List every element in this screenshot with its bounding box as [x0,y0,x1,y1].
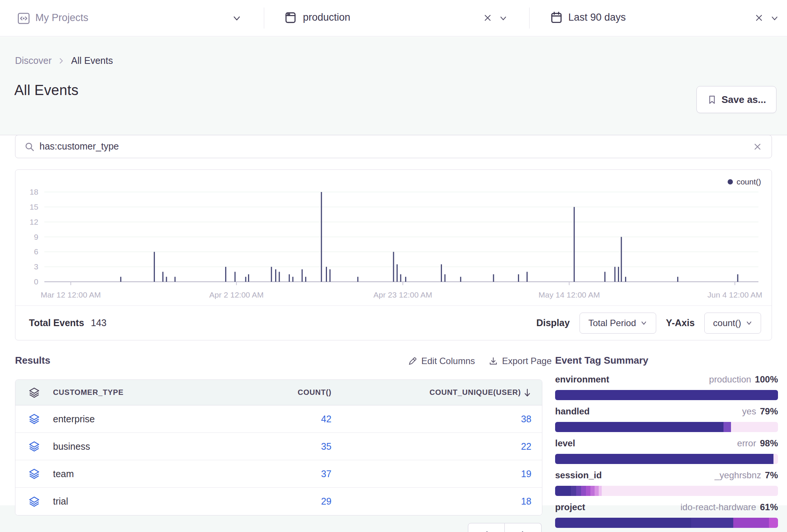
layers-icon[interactable] [15,468,53,480]
layers-icon[interactable] [15,496,53,508]
results-table: CUSTOMER_TYPE COUNT() COUNT_UNIQUE(USER)… [15,379,542,515]
tag-distribution-bar[interactable] [555,422,778,432]
breadcrumb-current: All Events [71,55,113,66]
tag-percent: 7% [765,470,778,480]
search-input[interactable]: has:customer_type [39,141,119,152]
yaxis-label: Y-Axis [666,317,695,328]
count-link[interactable]: 42 [207,414,343,425]
chevron-down-icon [746,320,752,326]
count-link[interactable]: 37 [207,469,343,479]
date-chevron-icon[interactable] [770,15,779,22]
calendar-icon [549,11,563,24]
edit-columns-button[interactable]: Edit Columns [408,356,475,366]
export-page-button[interactable]: Export Page [489,356,552,366]
search-clear-icon[interactable] [752,142,763,152]
breadcrumb-discover[interactable]: Discover [15,55,51,66]
svg-text:18: 18 [30,187,38,196]
count-unique-link[interactable]: 18 [343,496,542,507]
table-row[interactable]: trial 29 18 [15,488,542,515]
svg-text:0: 0 [34,277,38,286]
legend-label: count() [737,177,761,186]
count-unique-link[interactable]: 38 [343,414,542,425]
save-as-button[interactable]: Save as... [696,86,776,113]
date-range-filter[interactable]: Last 90 days [568,12,626,23]
tag-distribution-bar[interactable] [555,454,778,464]
next-page-button[interactable] [505,523,542,532]
yaxis-value: count() [713,318,741,328]
svg-text:9: 9 [34,233,38,241]
display-label: Display [536,317,570,328]
count-link[interactable]: 35 [207,441,343,452]
svg-text:3: 3 [34,262,38,271]
previous-page-button[interactable] [468,523,505,532]
tag-percent: 100% [755,374,778,384]
table-row[interactable]: team 37 19 [15,460,542,488]
count-unique-link[interactable]: 19 [343,469,542,479]
yaxis-select[interactable]: count() [704,313,761,334]
tag-top-value: _yeghrsbnz [714,470,761,480]
table-row[interactable]: enterprise 42 38 [15,405,542,433]
display-select[interactable]: Total Period [580,313,656,334]
table-row[interactable]: business 35 22 [15,433,542,460]
tag-distribution-bar[interactable] [555,518,778,528]
column-count-unique[interactable]: COUNT_UNIQUE(USER) [343,388,542,397]
customer-type-value: team [53,469,207,479]
layers-icon[interactable] [15,440,53,452]
svg-text:Apr 23 12:00 AM: Apr 23 12:00 AM [374,290,432,299]
tag-item-environment: environment production100% [555,374,778,387]
customer-type-value: business [53,441,207,452]
events-chart[interactable]: 0369121518Mar 12 12:00 AMApr 2 12:00 AMA… [15,170,772,305]
total-events-label: Total Events [29,317,84,328]
results-heading: Results [15,355,50,366]
layers-icon[interactable] [15,413,53,425]
events-chart-panel: 0369121518Mar 12 12:00 AMApr 2 12:00 AMA… [15,169,772,340]
page-header: Discover All Events All Events Save as..… [0,37,787,135]
environment-clear-icon[interactable] [483,13,493,23]
tag-percent: 79% [760,406,778,416]
save-as-label: Save as... [722,94,766,106]
bookmark-icon [707,95,717,105]
environment-chevron-icon[interactable] [498,15,508,22]
breadcrumb-chevron-icon [58,57,65,65]
top-bar: My Projects production [0,0,787,36]
download-icon [489,357,498,366]
results-actions: Edit Columns Export Page [408,356,552,366]
chart-legend: count() [728,177,761,186]
tag-percent: 61% [760,502,778,512]
display-value: Total Period [588,318,636,328]
environment-filter[interactable]: production [303,12,350,23]
svg-text:May 14 12:00 AM: May 14 12:00 AM [539,290,600,299]
tag-percent: 98% [760,438,778,448]
pencil-icon [408,357,417,366]
tag-top-value: production [709,374,751,384]
legend-dot-icon [728,179,733,184]
tag-distribution-bar[interactable] [555,390,778,400]
pagination [468,523,542,532]
total-events-value: 143 [91,317,107,328]
tag-distribution-bar[interactable] [555,486,778,496]
tag-name: handled [555,406,590,417]
search-bar[interactable]: has:customer_type [15,135,772,158]
topbar-divider [529,8,530,29]
svg-text:Mar 12 12:00 AM: Mar 12 12:00 AM [41,290,101,299]
export-page-label: Export Page [502,356,552,366]
discover-page: My Projects production [0,0,787,532]
count-link[interactable]: 29 [207,496,343,507]
edit-columns-label: Edit Columns [421,356,475,366]
column-count[interactable]: COUNT() [207,388,343,397]
topbar-divider [264,8,264,29]
count-unique-link[interactable]: 22 [343,441,542,452]
svg-text:12: 12 [30,218,38,226]
search-icon [24,141,35,152]
project-selector[interactable]: My Projects [35,12,88,24]
page-title: All Events [14,82,79,98]
chevron-down-icon[interactable] [232,14,242,23]
tag-item-level: level error98% [555,438,778,451]
column-customer-type[interactable]: CUSTOMER_TYPE [53,388,207,397]
tag-name: project [555,502,585,512]
column-count-unique-label: COUNT_UNIQUE(USER) [430,388,521,397]
date-clear-icon[interactable] [754,13,764,23]
svg-text:15: 15 [30,203,38,211]
tag-top-value: ido-react-hardware [681,502,756,512]
customer-type-value: trial [53,496,207,507]
